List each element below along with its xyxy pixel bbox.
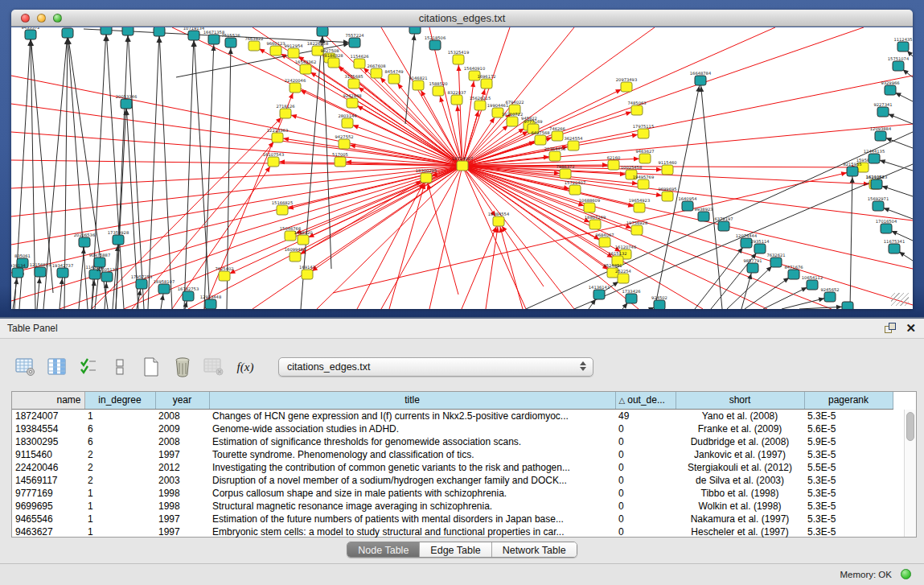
row-height-icon[interactable]: [109, 356, 131, 378]
graph-node[interactable]: [429, 40, 441, 50]
graph-node[interactable]: [507, 117, 518, 126]
graph-node[interactable]: [101, 272, 113, 282]
table-row[interactable]: 1938455462009Genome-wide association stu…: [12, 422, 893, 435]
graph-node[interactable]: [807, 280, 818, 290]
graph-node[interactable]: [225, 38, 236, 47]
graph-node[interactable]: [300, 64, 311, 74]
graph-node[interactable]: [638, 129, 649, 138]
column-header-pagerank[interactable]: pagerank: [804, 392, 893, 409]
graph-node[interactable]: [893, 61, 904, 71]
graph-node[interactable]: [631, 225, 643, 235]
column-header-title[interactable]: title: [209, 392, 615, 409]
graph-node[interactable]: [121, 99, 132, 109]
graph-node[interactable]: [654, 300, 665, 309]
table-row[interactable]: 946362711997Embryonic stem cells: a mode…: [12, 525, 893, 538]
graph-node[interactable]: [388, 74, 400, 84]
graph-node[interactable]: [584, 203, 595, 212]
column-header-year[interactable]: year: [155, 392, 209, 409]
graph-node[interactable]: [453, 55, 464, 64]
graph-node[interactable]: [183, 291, 194, 301]
graph-node[interactable]: [589, 220, 601, 229]
graph-node[interactable]: [270, 46, 281, 56]
graph-node[interactable]: [560, 169, 571, 179]
graph-node[interactable]: [549, 151, 561, 161]
table-row[interactable]: 1830029562008Estimation of significance …: [12, 435, 893, 448]
graph-node[interactable]: [474, 101, 486, 110]
graph-node[interactable]: [248, 41, 260, 51]
graph-node[interactable]: [754, 244, 766, 253]
graph-node[interactable]: [875, 131, 886, 141]
graph-node[interactable]: [25, 30, 36, 39]
graph-node[interactable]: [342, 118, 353, 128]
graph-node[interactable]: [788, 270, 799, 279]
tab-edge-table[interactable]: Edge Table: [420, 542, 491, 557]
graph-node[interactable]: [718, 221, 729, 231]
graph-node[interactable]: [158, 284, 170, 294]
graph-node[interactable]: [101, 27, 112, 35]
graph-node[interactable]: [12, 268, 23, 278]
graph-node[interactable]: [122, 27, 133, 35]
tab-node-table[interactable]: Node Table: [347, 542, 420, 557]
graph-node[interactable]: [317, 27, 328, 36]
graph-node[interactable]: [493, 216, 504, 226]
graph-node[interactable]: [877, 107, 889, 117]
graph-node[interactable]: [79, 237, 90, 247]
resize-grip-icon[interactable]: [891, 293, 909, 306]
graph-node[interactable]: [57, 268, 68, 278]
graph-node[interactable]: [113, 235, 124, 245]
graph-node[interactable]: [618, 274, 629, 283]
graph-node[interactable]: [631, 105, 643, 115]
graph-node[interactable]: [889, 244, 900, 253]
graph-node[interactable]: [842, 302, 853, 309]
graph-node[interactable]: [698, 212, 709, 221]
graph-node[interactable]: [626, 294, 637, 303]
graph-node[interactable]: [638, 179, 649, 189]
graph-node[interactable]: [268, 157, 279, 167]
network-window-titlebar[interactable]: citations_edges.txt: [11, 10, 913, 27]
graph-node[interactable]: [328, 58, 339, 68]
graph-node[interactable]: [208, 35, 220, 44]
graph-node[interactable]: [302, 270, 313, 279]
graph-node[interactable]: [421, 173, 432, 183]
function-builder-icon[interactable]: f(x): [234, 356, 257, 378]
close-panel-icon[interactable]: ✕: [906, 323, 916, 334]
column-header-out-de-[interactable]: △out_de...: [615, 392, 676, 409]
table-row[interactable]: 969969511998Structural magnetic resonanc…: [12, 500, 893, 513]
graph-node[interactable]: [347, 98, 358, 108]
table-row[interactable]: 1872400712008Changes of HCN gene express…: [12, 409, 893, 422]
graph-node[interactable]: [94, 257, 105, 267]
table-row[interactable]: 911546021997Tourette syndrome. Phenomeno…: [12, 448, 893, 461]
table-mode-icon[interactable]: [14, 356, 37, 378]
graph-node[interactable]: [897, 42, 909, 51]
graph-node[interactable]: [871, 179, 882, 189]
graph-node[interactable]: [35, 267, 46, 277]
table-scrollbar-thumb[interactable]: [906, 412, 914, 441]
graph-node[interactable]: [277, 205, 288, 215]
graph-node[interactable]: [552, 131, 563, 141]
graph-node[interactable]: [339, 139, 350, 149]
graph-node[interactable]: [608, 160, 619, 170]
table-selector-dropdown[interactable]: citations_edges.txt: [278, 357, 593, 377]
graph-node[interactable]: [136, 279, 147, 289]
graph-node[interactable]: [599, 237, 610, 247]
graph-node[interactable]: [205, 299, 216, 309]
table-row[interactable]: 946554611997Estimation of the future num…: [12, 513, 893, 525]
graph-node[interactable]: [481, 79, 492, 89]
graph-node[interactable]: [154, 27, 165, 36]
graph-node[interactable]: [869, 154, 880, 163]
graph-node[interactable]: [272, 133, 283, 142]
graph-node[interactable]: [747, 263, 758, 273]
graph-node[interactable]: [569, 185, 581, 195]
graph-node[interactable]: [433, 86, 444, 96]
graph-node[interactable]: [535, 135, 546, 145]
graph-node[interactable]: [298, 235, 309, 245]
graph-node[interactable]: [873, 201, 884, 211]
graph-node[interactable]: [371, 68, 382, 78]
graph-node[interactable]: [847, 167, 858, 176]
graph-node[interactable]: [349, 38, 360, 47]
graph-node[interactable]: [639, 154, 651, 163]
graph-node[interactable]: [881, 224, 892, 233]
show-columns-icon[interactable]: [46, 356, 68, 378]
graph-node[interactable]: [634, 203, 645, 212]
graph-node[interactable]: [219, 271, 230, 281]
